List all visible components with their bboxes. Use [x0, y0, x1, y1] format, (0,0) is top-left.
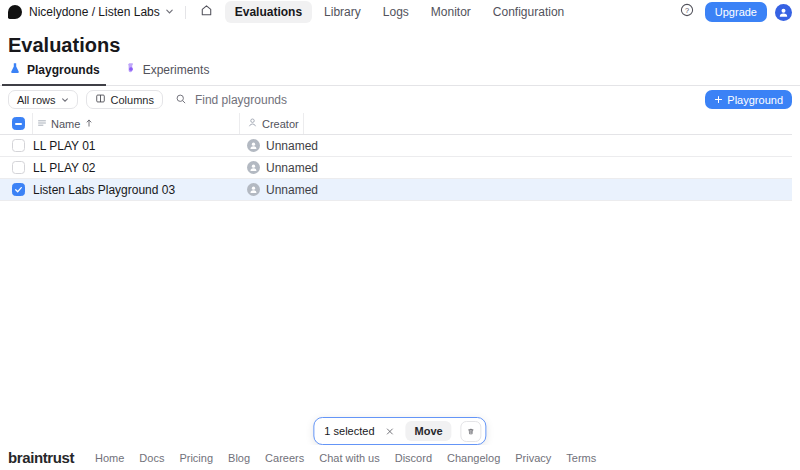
footer-link-discord[interactable]: Discord	[395, 452, 432, 464]
column-header-name[interactable]: Name	[33, 113, 240, 134]
column-name-label: Name	[51, 118, 80, 130]
rows-filter-button[interactable]: All rows	[8, 90, 78, 109]
select-all-checkbox[interactable]	[12, 117, 25, 130]
page-title: Evaluations	[8, 34, 800, 56]
footer-link-chat[interactable]: Chat with us	[319, 452, 380, 464]
braintrust-logo-icon	[8, 5, 22, 19]
close-icon	[386, 427, 395, 436]
svg-text:?: ?	[685, 6, 689, 15]
clear-selection-button[interactable]	[384, 425, 397, 438]
playground-name[interactable]: LL PLAY 02	[33, 157, 240, 178]
search-input[interactable]	[193, 92, 333, 108]
table-row[interactable]: Listen Labs Playground 03 Unnamed	[0, 179, 792, 201]
table-toolbar: All rows Columns Playground	[0, 86, 800, 113]
column-creator-label: Creator	[262, 118, 299, 130]
upgrade-button[interactable]: Upgrade	[705, 2, 767, 22]
experiments-beaker-icon	[125, 62, 137, 77]
tab-playgrounds-label: Playgrounds	[27, 63, 100, 77]
footer-link-careers[interactable]: Careers	[265, 452, 304, 464]
footer-link-home[interactable]: Home	[95, 452, 124, 464]
tab-playgrounds[interactable]: Playgrounds	[2, 60, 106, 85]
columns-button[interactable]: Columns	[86, 90, 163, 109]
indeterminate-dash-icon	[15, 123, 22, 125]
plus-icon	[714, 94, 723, 106]
nav-item-library[interactable]: Library	[314, 1, 371, 23]
creator-cell: Unnamed	[240, 157, 304, 178]
footer-link-privacy[interactable]: Privacy	[515, 452, 551, 464]
person-icon	[778, 7, 789, 18]
row-filler-cell	[304, 135, 792, 156]
column-header-creator[interactable]: Creator	[240, 113, 304, 134]
table-row[interactable]: LL PLAY 02 Unnamed	[0, 157, 792, 179]
nav-item-logs[interactable]: Logs	[373, 1, 419, 23]
check-icon	[14, 185, 23, 194]
top-bar-right: ? Upgrade	[677, 0, 792, 24]
table-row[interactable]: LL PLAY 01 Unnamed	[0, 135, 792, 157]
nav-item-evaluations[interactable]: Evaluations	[225, 1, 312, 23]
new-playground-label: Playground	[727, 94, 783, 106]
trash-icon	[468, 426, 475, 437]
columns-icon	[95, 93, 106, 106]
chevron-down-icon	[61, 94, 69, 106]
search-box	[175, 91, 333, 109]
row-checkbox[interactable]	[12, 183, 25, 196]
page-footer: braintrust Home Docs Pricing Blog Career…	[0, 445, 800, 470]
selection-count: 1 selected	[324, 425, 374, 437]
row-checkbox-cell	[0, 135, 33, 156]
home-icon	[200, 3, 213, 21]
top-bar: Nicelydone / Listen Labs Evaluations Lib…	[0, 0, 800, 24]
user-avatar[interactable]	[775, 4, 792, 21]
nav-item-monitor[interactable]: Monitor	[421, 1, 481, 23]
sort-ascending-icon	[84, 118, 94, 130]
person-outline-icon	[247, 117, 258, 130]
move-button[interactable]: Move	[406, 421, 452, 441]
creator-avatar-icon	[247, 139, 260, 152]
playgrounds-flask-icon	[9, 62, 21, 77]
playground-name[interactable]: LL PLAY 01	[33, 135, 240, 156]
row-checkbox[interactable]	[12, 139, 25, 152]
row-checkbox-cell	[0, 157, 33, 178]
section-tabs: Playgrounds Experiments	[0, 60, 800, 86]
playground-name[interactable]: Listen Labs Playground 03	[33, 179, 240, 200]
new-playground-button[interactable]: Playground	[705, 90, 792, 109]
braintrust-wordmark: braintrust	[8, 449, 74, 466]
help-icon: ?	[680, 3, 694, 21]
selection-action-bar: 1 selected Move	[313, 417, 486, 445]
playgrounds-table: Name Creator LL PLAY 01 Unnamed	[0, 113, 792, 201]
home-button[interactable]	[197, 0, 216, 24]
search-icon	[175, 91, 187, 109]
rows-filter-label: All rows	[17, 94, 56, 106]
divider	[185, 6, 186, 19]
footer-link-docs[interactable]: Docs	[139, 452, 164, 464]
help-button[interactable]: ?	[677, 0, 697, 24]
workspace-label: Nicelydone / Listen Labs	[29, 5, 160, 19]
footer-link-blog[interactable]: Blog	[228, 452, 250, 464]
header-filler-cell	[304, 113, 792, 134]
main-nav: Evaluations Library Logs Monitor Configu…	[225, 1, 574, 23]
row-filler-cell	[304, 179, 792, 200]
nav-item-configuration[interactable]: Configuration	[483, 1, 574, 23]
chevron-down-icon	[165, 5, 174, 19]
header-checkbox-cell	[0, 113, 33, 134]
creator-avatar-icon	[247, 161, 260, 174]
row-filler-cell	[304, 157, 792, 178]
columns-label: Columns	[111, 94, 154, 106]
footer-link-terms[interactable]: Terms	[566, 452, 596, 464]
creator-avatar-icon	[247, 183, 260, 196]
creator-cell: Unnamed	[240, 179, 304, 200]
text-type-icon	[37, 118, 47, 130]
tab-experiments[interactable]: Experiments	[118, 60, 216, 85]
tab-experiments-label: Experiments	[143, 63, 210, 77]
table-header-row: Name Creator	[0, 113, 792, 135]
delete-button[interactable]	[461, 421, 482, 442]
creator-cell: Unnamed	[240, 135, 304, 156]
workspace-switcher[interactable]: Nicelydone / Listen Labs	[29, 5, 174, 19]
row-checkbox-cell	[0, 179, 33, 200]
row-checkbox[interactable]	[12, 161, 25, 174]
footer-link-pricing[interactable]: Pricing	[179, 452, 213, 464]
footer-link-changelog[interactable]: Changelog	[447, 452, 500, 464]
